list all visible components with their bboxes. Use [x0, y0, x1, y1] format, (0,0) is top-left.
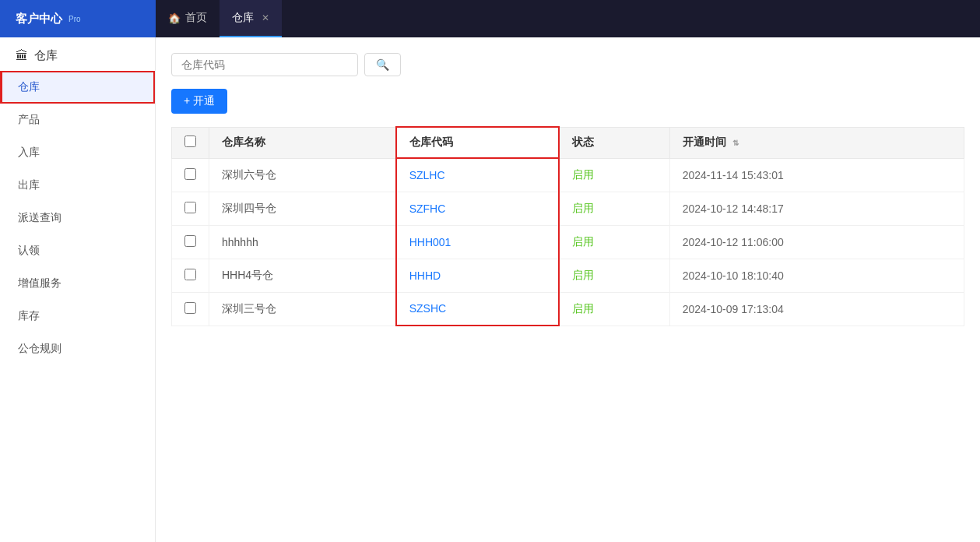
action-bar: + 开通 [171, 89, 964, 114]
row-checkbox-0[interactable] [184, 168, 196, 180]
brand-logo: 客户中心 Pro [0, 0, 156, 37]
row-status-0: 启用 [559, 158, 670, 192]
sidebar-item-valueadded-label: 增值服务 [18, 276, 61, 289]
table-row: 深圳四号仓 SZFHC 启用 2024-10-12 14:48:17 [172, 192, 964, 225]
row-name-1: 深圳四号仓 [209, 192, 396, 225]
table-row: 深圳六号仓 SZLHC 启用 2024-11-14 15:43:01 [172, 158, 964, 192]
row-code-3: HHHD [396, 259, 559, 292]
row-status-3: 启用 [559, 259, 670, 292]
th-name-label: 仓库名称 [222, 136, 265, 148]
th-time: 开通时间 ⇅ [669, 127, 964, 158]
row-checkbox-cell [172, 192, 209, 225]
pro-badge: Pro [68, 15, 81, 23]
top-navigation: 客户中心 Pro 🏠 首页 仓库 ✕ [0, 0, 980, 37]
row-checkbox-4[interactable] [184, 302, 196, 314]
sidebar-item-delivery[interactable]: 派送查询 [0, 202, 155, 234]
th-code-label: 仓库代码 [409, 136, 453, 148]
row-code-0: SZLHC [396, 158, 559, 192]
sidebar-item-inventory[interactable]: 库存 [0, 300, 155, 333]
sidebar-section-header: 🏛 仓库 [0, 37, 155, 71]
sidebar-item-valueadded[interactable]: 增值服务 [0, 267, 155, 300]
sidebar-item-rules[interactable]: 公仓规则 [0, 333, 155, 365]
tab-home-label: 首页 [185, 11, 207, 25]
row-code-2: HHH001 [396, 225, 559, 259]
sidebar-item-products-label: 产品 [18, 113, 40, 125]
row-checkbox-1[interactable] [184, 202, 196, 213]
sidebar-item-outbound[interactable]: 出库 [0, 169, 155, 202]
row-checkbox-cell [172, 259, 209, 292]
row-name-4: 深圳三号仓 [209, 292, 396, 326]
sidebar-item-claim[interactable]: 认领 [0, 234, 155, 267]
table-row: 深圳三号仓 SZSHC 启用 2024-10-09 17:13:04 [172, 292, 964, 326]
row-time-2: 2024-10-12 11:06:00 [669, 225, 964, 259]
row-code-4: SZSHC [396, 292, 559, 326]
row-time-3: 2024-10-10 18:10:40 [669, 259, 964, 292]
bank-icon: 🏛 [16, 49, 28, 63]
th-time-label: 开通时间 [683, 136, 726, 148]
row-checkbox-cell [172, 158, 209, 192]
search-bar: 🔍 [171, 53, 964, 76]
search-icon: 🔍 [376, 58, 389, 71]
table-row: hhhhhh HHH001 启用 2024-10-12 11:06:00 [172, 225, 964, 259]
content-area: 🔍 + 开通 仓库名称 [156, 37, 980, 542]
search-button[interactable]: 🔍 [364, 53, 401, 76]
row-code-1: SZFHC [396, 192, 559, 225]
search-input[interactable] [171, 53, 358, 76]
sort-icon: ⇅ [732, 139, 739, 147]
main-layout: 🏛 仓库 仓库 产品 入库 出库 派送查询 认领 增值服务 库存 公仓规则 [0, 37, 980, 542]
sidebar-item-rules-label: 公仓规则 [18, 342, 61, 354]
sidebar: 🏛 仓库 仓库 产品 入库 出库 派送查询 认领 增值服务 库存 公仓规则 [0, 37, 156, 542]
sidebar-item-warehouse[interactable]: 仓库 [0, 71, 155, 104]
sidebar-item-warehouse-label: 仓库 [18, 80, 40, 93]
row-name-2: hhhhhh [209, 225, 396, 259]
row-checkbox-2[interactable] [184, 235, 196, 247]
row-status-2: 启用 [559, 225, 670, 259]
warehouse-table: 仓库名称 仓库代码 状态 开通时间 ⇅ [171, 126, 964, 326]
sidebar-item-products[interactable]: 产品 [0, 104, 155, 136]
row-status-1: 启用 [559, 192, 670, 225]
row-name-3: HHH4号仓 [209, 259, 396, 292]
tab-warehouse[interactable]: 仓库 ✕ [220, 0, 282, 37]
th-status: 状态 [559, 127, 670, 158]
sidebar-item-inbound[interactable]: 入库 [0, 136, 155, 169]
home-icon: 🏠 [168, 12, 181, 24]
sidebar-section-title: 仓库 [34, 48, 58, 63]
select-all-checkbox[interactable] [184, 136, 196, 147]
tab-home[interactable]: 🏠 首页 [156, 0, 220, 37]
sidebar-item-delivery-label: 派送查询 [18, 211, 61, 223]
row-time-4: 2024-10-09 17:13:04 [669, 292, 964, 326]
sidebar-item-inbound-label: 入库 [18, 146, 40, 158]
tab-close-icon[interactable]: ✕ [262, 12, 269, 23]
row-status-4: 启用 [559, 292, 670, 326]
brand-name: 客户中心 [16, 12, 62, 26]
row-checkbox-cell [172, 292, 209, 326]
sidebar-item-claim-label: 认领 [18, 244, 40, 256]
table-header-row: 仓库名称 仓库代码 状态 开通时间 ⇅ [172, 127, 964, 158]
tab-bar: 🏠 首页 仓库 ✕ [156, 0, 282, 37]
row-time-0: 2024-11-14 15:43:01 [669, 158, 964, 192]
table-row: HHH4号仓 HHHD 启用 2024-10-10 18:10:40 [172, 259, 964, 292]
add-button-label: + 开通 [184, 94, 215, 108]
th-name: 仓库名称 [209, 127, 396, 158]
add-button[interactable]: + 开通 [171, 89, 227, 114]
row-name-0: 深圳六号仓 [209, 158, 396, 192]
row-checkbox-cell [172, 225, 209, 259]
th-checkbox [172, 127, 209, 158]
sidebar-item-inventory-label: 库存 [18, 309, 40, 322]
th-status-label: 状态 [572, 136, 594, 148]
row-time-1: 2024-10-12 14:48:17 [669, 192, 964, 225]
tab-warehouse-label: 仓库 [232, 11, 254, 25]
th-code: 仓库代码 [396, 127, 559, 158]
table-wrapper: 仓库名称 仓库代码 状态 开通时间 ⇅ [171, 126, 964, 326]
row-checkbox-3[interactable] [184, 269, 196, 280]
sidebar-item-outbound-label: 出库 [18, 178, 40, 191]
